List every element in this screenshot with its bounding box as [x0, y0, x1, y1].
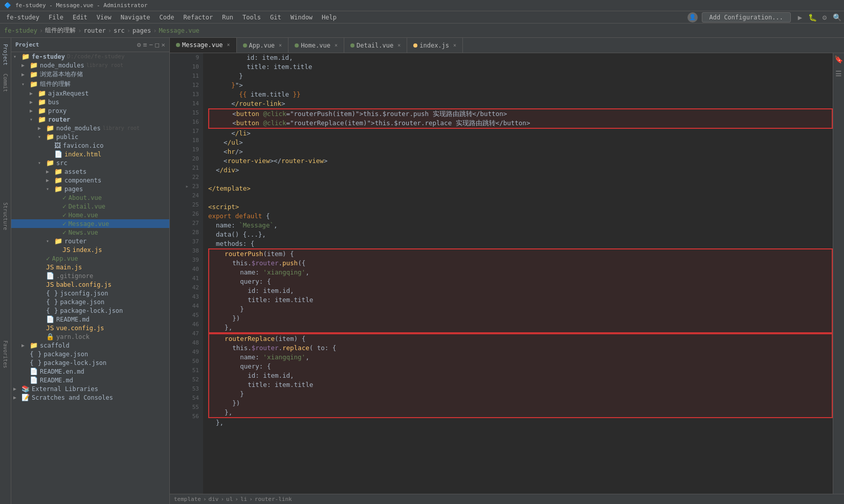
- tree-bus[interactable]: ▶ 📁 bus: [11, 98, 169, 106]
- tab-app-vue[interactable]: App.vue ×: [237, 38, 289, 53]
- breadcrumb-folder2[interactable]: router: [84, 27, 106, 34]
- breadcrumb-root[interactable]: fe-studey: [4, 27, 37, 34]
- add-configuration-button[interactable]: Add Configuration...: [702, 12, 791, 22]
- bottom-bc-router-link: router-link: [255, 496, 292, 502]
- tree-node-modules-root[interactable]: ▶ 📁 node_modules library root: [11, 61, 169, 70]
- tree-src[interactable]: ▾ 📁 src: [11, 158, 169, 167]
- code-line-47: routerReplace(item) {: [209, 334, 832, 343]
- structure-tab[interactable]: Structure: [2, 200, 9, 232]
- menu-navigate[interactable]: Navigate: [117, 13, 154, 22]
- tab-close-detail[interactable]: ×: [397, 42, 401, 48]
- menu-edit[interactable]: Edit: [69, 13, 92, 22]
- tree-index-js[interactable]: ▶ JS index.js: [11, 245, 169, 254]
- bookmark-icon[interactable]: 🔖: [834, 55, 843, 63]
- structure-icon[interactable]: ☰: [835, 70, 842, 78]
- project-tab[interactable]: Project: [2, 42, 9, 67]
- tab-label-home: Home.vue: [301, 42, 330, 49]
- tree-babel-config[interactable]: ▶ JS babel.config.js: [11, 280, 169, 289]
- code-editor[interactable]: 9 10 11 12 13 14 15 16 17 18 19 20 21 22…: [170, 53, 844, 494]
- menu-run[interactable]: Run: [218, 13, 237, 22]
- tree-yarn-lock[interactable]: ▶ 🔒 yarn.lock: [11, 332, 169, 341]
- tree-message-vue[interactable]: ▶ ✓ Message.vue: [11, 219, 169, 228]
- tab-close-home[interactable]: ×: [335, 42, 338, 48]
- sidebar-icon-1[interactable]: ⚙: [137, 41, 141, 49]
- tree-assets[interactable]: ▶ 📁 assets: [11, 167, 169, 176]
- debug-button[interactable]: 🐛: [807, 12, 817, 22]
- code-content[interactable]: id: item.id, title: item.title } }">: [203, 53, 833, 494]
- tree-browser-storage[interactable]: ▶ 📁 浏览器本地存储: [11, 70, 169, 79]
- tree-external-libraries[interactable]: ▶ 📚 External Libraries: [11, 384, 169, 393]
- tree-src-router[interactable]: ▾ 📁 router: [11, 237, 169, 245]
- menu-view[interactable]: View: [93, 13, 116, 22]
- tab-close-message[interactable]: ×: [227, 42, 230, 48]
- ln-13: 13: [180, 90, 199, 99]
- tab-close-app[interactable]: ×: [279, 42, 282, 48]
- tree-gitignore[interactable]: ▶ 📄 .gitignore: [11, 271, 169, 280]
- code-line-18: </ul>: [208, 138, 833, 147]
- menu-window[interactable]: Window: [286, 13, 317, 22]
- user-avatar[interactable]: 👤: [687, 12, 698, 22]
- tree-index-html[interactable]: ▶ 📄 index.html: [11, 150, 169, 158]
- tree-package-json[interactable]: ▶ { } package.json: [11, 297, 169, 306]
- code-line-41: query: {: [209, 277, 832, 286]
- breadcrumb-folder1[interactable]: 组件的理解: [45, 26, 76, 35]
- tree-app-vue[interactable]: ▶ ✓ App.vue: [11, 254, 169, 263]
- sidebar-icon-2[interactable]: ≡: [143, 41, 147, 49]
- menu-help[interactable]: Help: [318, 13, 341, 22]
- menu-fe-studey[interactable]: fe-studey: [2, 13, 43, 22]
- menu-code[interactable]: Code: [156, 13, 179, 22]
- tree-router[interactable]: ▾ 📁 router: [11, 115, 169, 124]
- sidebar-icon-5[interactable]: ×: [161, 41, 165, 49]
- tree-root-package-lock[interactable]: ▶ { } package-lock.json: [11, 358, 169, 367]
- breadcrumb-folder3[interactable]: src: [114, 27, 125, 34]
- breadcrumb-file[interactable]: Message.vue: [159, 27, 199, 34]
- tree-favicon[interactable]: ▶ 🖼 favicon.ico: [11, 141, 169, 150]
- tree-components[interactable]: ▾ 📁 组件的理解: [11, 79, 169, 89]
- tree-readme-en[interactable]: ▶ 📄 README.en.md: [11, 367, 169, 376]
- menu-bar: fe-studey File Edit View Navigate Code R…: [0, 11, 844, 24]
- menu-refactor[interactable]: Refactor: [179, 13, 217, 22]
- tree-root[interactable]: ▾ 📁 fe-studey D:/code/fe-studey: [11, 52, 169, 61]
- tab-detail-vue[interactable]: Detail.vue ×: [344, 38, 407, 53]
- commit-tab[interactable]: Commit: [2, 72, 9, 94]
- tab-message-vue[interactable]: Message.vue ×: [170, 38, 237, 53]
- menu-git[interactable]: Git: [266, 13, 285, 22]
- ln-49: 49: [180, 348, 199, 357]
- sep5: ›: [153, 27, 157, 34]
- tree-scratches[interactable]: ▶ 📝 Scratches and Consoles: [11, 393, 169, 402]
- tree-pages[interactable]: ▾ 📁 pages: [11, 185, 169, 193]
- code-line-17: </li>: [208, 129, 833, 138]
- tree-home-vue[interactable]: ▶ ✓ Home.vue: [11, 211, 169, 219]
- tree-public[interactable]: ▾ 📁 public: [11, 132, 169, 141]
- ln-10: 10: [180, 62, 199, 72]
- tree-root-package-json[interactable]: ▶ { } package.json: [11, 350, 169, 358]
- tree-root-readme[interactable]: ▶ 📄 README.md: [11, 376, 169, 384]
- tree-jsconfig[interactable]: ▶ { } jsconfig.json: [11, 289, 169, 297]
- tree-ajax[interactable]: ▶ 📁 ajaxRequest: [11, 89, 169, 98]
- breadcrumb-folder4[interactable]: pages: [132, 27, 151, 34]
- tree-components-folder[interactable]: ▶ 📁 components: [11, 176, 169, 185]
- ln-46: 46: [180, 320, 199, 329]
- search-button[interactable]: 🔍: [832, 12, 842, 22]
- title-bar: 🔷 fe-studey - Message.vue - Administrato…: [0, 0, 844, 11]
- tab-close-index[interactable]: ×: [453, 42, 456, 48]
- tree-package-lock[interactable]: ▶ { } package-lock.json: [11, 306, 169, 315]
- tree-main-js[interactable]: ▶ JS main.js: [11, 263, 169, 271]
- tab-home-vue[interactable]: Home.vue ×: [288, 38, 344, 53]
- favorites-tab[interactable]: Favorites: [2, 338, 9, 370]
- menu-file[interactable]: File: [45, 13, 68, 22]
- tab-index-js[interactable]: index.js ×: [407, 38, 463, 53]
- tree-news-vue[interactable]: ▶ ✓ News.vue: [11, 228, 169, 237]
- tree-scaffold[interactable]: ▶ 📁 scaffold: [11, 341, 169, 350]
- menu-tools[interactable]: Tools: [238, 13, 265, 22]
- sidebar-icon-3[interactable]: −: [149, 41, 153, 49]
- run-button[interactable]: ▶: [795, 12, 805, 22]
- tree-proxy[interactable]: ▶ 📁 proxy: [11, 106, 169, 115]
- tree-readme-md[interactable]: ▶ 📄 README.md: [11, 315, 169, 324]
- settings-button[interactable]: ⚙: [819, 12, 830, 22]
- tree-detail-vue[interactable]: ▶ ✓ Detail.vue: [11, 202, 169, 211]
- sidebar-icon-4[interactable]: □: [155, 41, 159, 49]
- tree-vue-config[interactable]: ▶ JS vue.config.js: [11, 324, 169, 332]
- tree-about-vue[interactable]: ▶ ✓ About.vue: [11, 193, 169, 202]
- tree-router-node-modules[interactable]: ▶ 📁 node_modules library root: [11, 124, 169, 132]
